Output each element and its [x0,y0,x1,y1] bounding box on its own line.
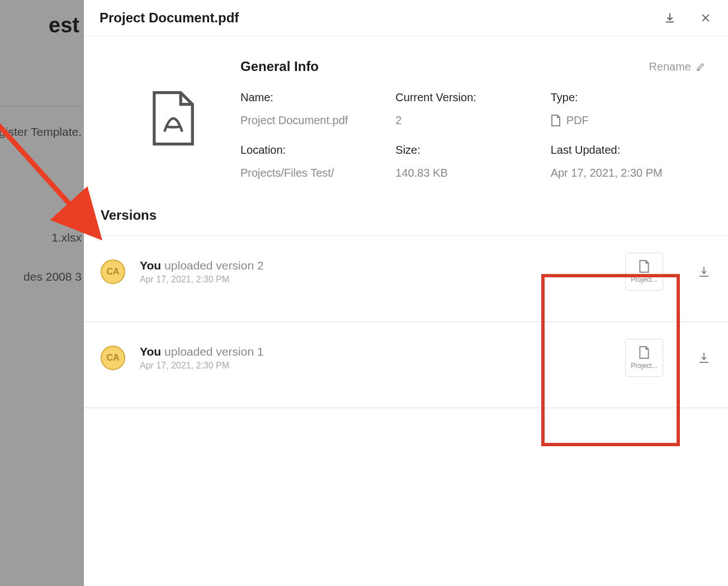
version-action-text: You uploaded version 1 [140,345,625,358]
version-row: CA You uploaded version 1 Apr 17, 2021, … [84,322,728,408]
avatar: CA [101,346,125,370]
backdrop-file-row: des 2008 3 [0,252,84,302]
version-download-button[interactable] [697,264,711,279]
versions-list: CA You uploaded version 2 Apr 17, 2021, … [84,235,728,408]
info-last-updated: Last Updated: Apr 17, 2021, 2:30 PM [551,144,706,179]
close-button[interactable] [699,11,712,25]
pdf-file-icon [151,91,196,147]
backdrop-file-row: egister Template. [0,106,84,157]
panel-title: Project Document.pdf [100,10,663,26]
version-download-button[interactable] [697,351,711,365]
background-panel: est egister Template. 1.xlsx des 2008 3 [0,0,84,586]
rename-label: Rename [649,60,691,73]
backdrop-header: est [0,0,84,50]
document-icon [639,260,650,273]
version-timestamp: Apr 17, 2021, 2:30 PM [140,361,625,371]
rename-button[interactable]: Rename [649,60,706,73]
version-file-tile[interactable]: Project... [625,253,663,291]
version-action-text: You uploaded version 2 [140,259,625,272]
avatar: CA [101,259,125,284]
version-file-tile[interactable]: Project... [625,339,663,377]
download-icon [697,265,711,278]
version-row: CA You uploaded version 2 Apr 17, 2021, … [84,236,728,322]
info-size: Size: 140.83 KB [395,144,550,179]
download-button[interactable] [663,11,677,25]
info-name: Name: Project Document.pdf [240,91,395,127]
document-icon [551,115,561,127]
edit-icon [696,62,706,72]
download-icon [697,351,711,365]
file-detail-panel: Project Document.pdf Gene [84,0,728,586]
general-info-section: General Info Rename Name: Project Docume… [84,36,728,196]
info-type: Type: PDF [551,91,706,127]
general-info-heading: General Info [240,59,649,74]
info-location: Location: Projects/Files Test/ [240,144,395,179]
document-icon [639,346,650,360]
file-thumbnail [106,59,240,179]
info-current-version: Current Version: 2 [395,91,550,127]
panel-header: Project Document.pdf [84,0,728,36]
versions-heading: Versions [84,196,728,235]
version-timestamp: Apr 17, 2021, 2:30 PM [140,275,625,285]
